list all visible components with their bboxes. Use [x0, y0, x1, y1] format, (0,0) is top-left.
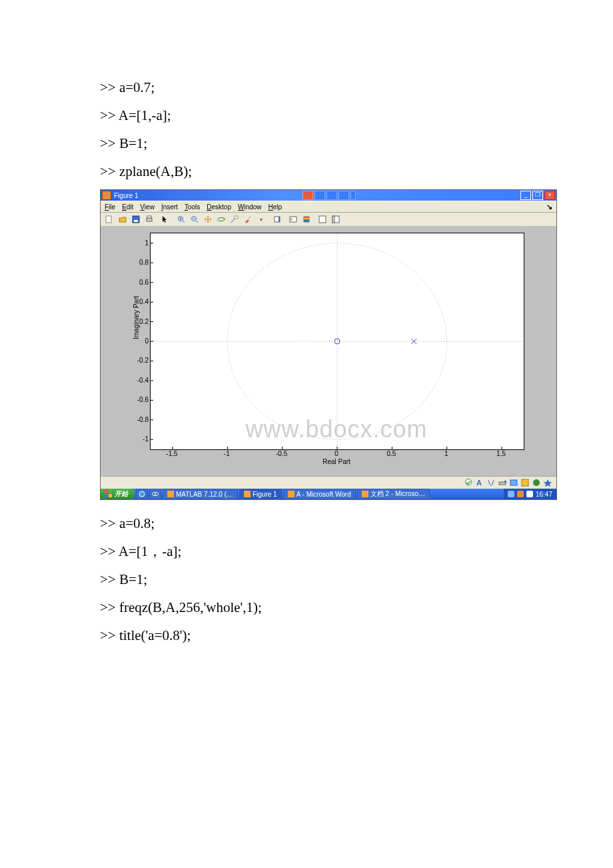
titlebar-icon[interactable] — [326, 191, 337, 200]
zoom-out-icon[interactable] — [189, 213, 201, 225]
svg-rect-55 — [504, 481, 506, 483]
menu-help[interactable]: Help — [269, 203, 283, 211]
taskbar-item[interactable]: MATLAB 7.12.0 (… — [163, 489, 238, 499]
colorbar-icon[interactable] — [271, 213, 283, 225]
menu-window[interactable]: Window — [238, 203, 262, 211]
figure-window: Figure 1 _ ❐ × File Edit View Insert Too… — [100, 189, 557, 500]
zoom-in-icon[interactable] — [175, 213, 187, 225]
svg-line-14 — [231, 219, 235, 223]
app-icon — [362, 491, 368, 497]
taskbar-item[interactable]: Figure 1 — [239, 489, 282, 499]
windows-taskbar[interactable]: 开始 MATLAB 7.12.0 (…Figure 1A - Microsoft… — [101, 489, 556, 499]
tray-icon[interactable] — [532, 478, 541, 487]
x-axis-label: Real Part — [150, 458, 523, 465]
tray-icon[interactable] — [543, 478, 552, 487]
windows-logo-icon — [105, 490, 113, 498]
brush-icon[interactable] — [242, 213, 254, 225]
y-tick-label: 0.4 — [139, 298, 149, 305]
legend-icon[interactable] — [287, 213, 299, 225]
system-tray[interactable]: 16:47 — [504, 489, 556, 499]
code-line: >> a=0.7; — [100, 73, 513, 101]
svg-rect-62 — [109, 494, 112, 497]
svg-rect-24 — [304, 219, 309, 221]
new-figure-icon[interactable] — [103, 213, 115, 225]
start-label: 开始 — [115, 489, 128, 499]
titlebar-icon[interactable] — [303, 191, 313, 200]
minimize-button[interactable]: _ — [520, 191, 531, 200]
clock-text: 16:47 — [536, 491, 552, 498]
tray-icon[interactable] — [464, 478, 473, 487]
svg-point-58 — [533, 479, 540, 486]
svg-rect-57 — [522, 479, 528, 486]
svg-rect-22 — [304, 217, 309, 218]
svg-line-6 — [183, 221, 185, 223]
y-tick-label: 0.2 — [139, 317, 149, 325]
figure-status-tray: A — [101, 476, 556, 489]
svg-rect-2 — [134, 220, 138, 222]
save-icon[interactable] — [130, 213, 142, 225]
insert-colorbar-icon[interactable] — [301, 213, 312, 225]
link-icon[interactable]: ▾ — [255, 213, 267, 225]
x-tick-label: 0 — [334, 450, 338, 457]
x-tick-label: -0.5 — [276, 450, 287, 457]
titlebar-icon[interactable] — [314, 191, 325, 200]
tray-icon[interactable] — [517, 491, 524, 497]
start-button[interactable]: 开始 — [101, 489, 135, 499]
pointer-icon[interactable] — [159, 213, 171, 225]
menu-file[interactable]: File — [105, 203, 115, 211]
titlebar-icon[interactable] — [338, 191, 349, 200]
svg-rect-3 — [147, 218, 152, 221]
tray-icon[interactable] — [498, 478, 507, 487]
svg-rect-13 — [235, 216, 238, 219]
svg-rect-26 — [319, 216, 326, 223]
tray-icon[interactable] — [520, 478, 530, 487]
taskbar-item[interactable]: A - Microsoft Word — [283, 489, 356, 499]
svg-rect-61 — [105, 494, 108, 497]
svg-point-65 — [155, 493, 157, 495]
menu-view[interactable]: View — [140, 203, 155, 211]
hide-tools-icon[interactable] — [316, 213, 328, 225]
pan-icon[interactable] — [202, 213, 214, 225]
tray-icon[interactable] — [509, 478, 518, 487]
tray-icon[interactable] — [508, 491, 514, 497]
menu-close-x[interactable]: ↘ — [546, 203, 552, 211]
svg-rect-4 — [147, 216, 151, 218]
close-button[interactable]: × — [544, 191, 555, 200]
taskbar-item-label: A - Microsoft Word — [297, 491, 351, 498]
menu-insert[interactable]: Insert — [161, 203, 178, 211]
y-tick-label: -0.6 — [137, 396, 149, 403]
rotate3d-icon[interactable] — [215, 213, 227, 225]
taskbar-item-label: MATLAB 7.12.0 (… — [176, 491, 233, 498]
svg-rect-0 — [106, 216, 111, 223]
menu-bar[interactable]: File Edit View Insert Tools Desktop Wind… — [101, 201, 556, 213]
app-icon — [244, 491, 251, 497]
y-tick-label: 0.8 — [139, 259, 149, 266]
tray-icon[interactable]: A — [475, 478, 484, 487]
open-icon[interactable] — [117, 213, 129, 225]
title-bar[interactable]: Figure 1 _ ❐ × — [101, 190, 556, 201]
svg-rect-17 — [279, 217, 280, 222]
taskbar-item-label: Figure 1 — [253, 491, 277, 498]
show-tools-icon[interactable] — [330, 213, 342, 225]
data-cursor-icon[interactable] — [229, 213, 241, 225]
figure-toolbar[interactable]: ▾ — [101, 213, 556, 227]
x-tick-label: -1 — [224, 450, 230, 457]
quick-launch-icon[interactable] — [149, 489, 161, 499]
titlebar-icon[interactable] — [350, 191, 356, 200]
svg-rect-18 — [290, 217, 297, 222]
menu-tools[interactable]: Tools — [185, 203, 200, 211]
print-icon[interactable] — [143, 213, 155, 225]
menu-desktop[interactable]: Desktop — [207, 203, 231, 211]
taskbar-item[interactable]: 文档 2 - Microso… — [357, 489, 430, 499]
menu-edit[interactable]: Edit — [122, 203, 133, 211]
tray-icon[interactable] — [486, 478, 496, 487]
titlebar-middle-icons — [303, 191, 356, 200]
quick-launch-ie-icon[interactable] — [136, 489, 148, 499]
app-icon — [167, 491, 174, 497]
maximize-button[interactable]: ❐ — [532, 191, 543, 200]
svg-line-10 — [196, 221, 198, 223]
y-tick-label: -0.2 — [137, 357, 149, 364]
tray-icon[interactable] — [526, 491, 533, 497]
code-line: >> title('a=0.8'); — [100, 621, 513, 649]
svg-rect-28 — [332, 216, 334, 223]
